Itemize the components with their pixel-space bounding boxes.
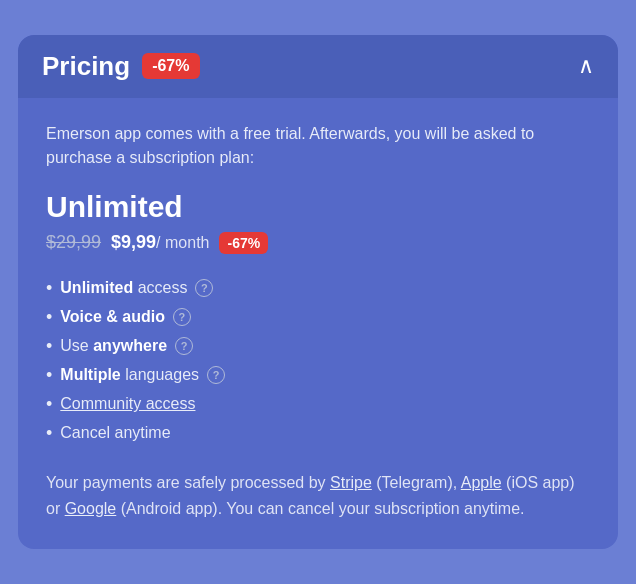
footer-text: Your payments are safely processed by St…	[46, 470, 590, 521]
feature-languages: Multiple languages ?	[46, 361, 590, 390]
new-price: $9,99/ month	[111, 232, 209, 253]
feature-unlimited: Unlimited access ?	[46, 274, 590, 303]
chevron-up-icon[interactable]: ∧	[578, 53, 594, 79]
features-list: Unlimited access ? Voice & audio ? Use a…	[46, 274, 590, 448]
intro-text: Emerson app comes with a free trial. Aft…	[46, 122, 590, 170]
card-body: Emerson app comes with a free trial. Aft…	[18, 98, 618, 549]
feature-voice: Voice & audio ?	[46, 303, 590, 332]
help-icon-unlimited[interactable]: ?	[195, 279, 213, 297]
card-header: Pricing -67% ∧	[18, 35, 618, 98]
help-icon-anywhere[interactable]: ?	[175, 337, 193, 355]
community-access-link[interactable]: Community access	[60, 395, 195, 413]
help-icon-voice[interactable]: ?	[173, 308, 191, 326]
feature-community: Community access	[46, 390, 590, 419]
apple-link[interactable]: Apple	[461, 474, 502, 491]
header-discount-badge: -67%	[142, 53, 199, 79]
stripe-link[interactable]: Stripe	[330, 474, 372, 491]
header-left: Pricing -67%	[42, 51, 200, 82]
per-month: / month	[156, 234, 209, 251]
old-price: $29,99	[46, 232, 101, 253]
feature-anywhere: Use anywhere ?	[46, 332, 590, 361]
help-icon-languages[interactable]: ?	[207, 366, 225, 384]
feature-cancel: Cancel anytime	[46, 419, 590, 448]
plan-name: Unlimited	[46, 190, 590, 224]
pricing-discount-badge: -67%	[219, 232, 268, 254]
pricing-row: $29,99 $9,99/ month -67%	[46, 232, 590, 254]
google-link[interactable]: Google	[65, 500, 117, 517]
pricing-card: Pricing -67% ∧ Emerson app comes with a …	[18, 35, 618, 549]
page-title: Pricing	[42, 51, 130, 82]
